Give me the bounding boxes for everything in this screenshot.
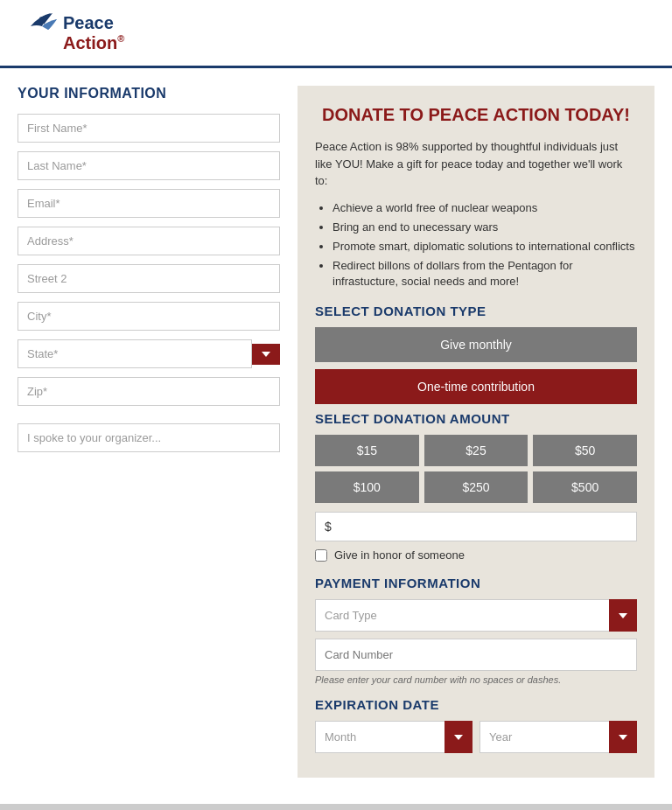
amount-500-button[interactable]: $500: [533, 471, 637, 503]
dollar-sign: $: [315, 512, 337, 541]
logo-bird-icon: [18, 9, 61, 57]
year-wrapper: Year 202420252026 202720282029: [480, 721, 637, 753]
state-dropdown-button[interactable]: [252, 344, 280, 365]
bullet-item: Achieve a world free of nuclear weapons: [332, 200, 637, 216]
last-name-input[interactable]: [18, 151, 280, 180]
custom-amount-row: $: [315, 512, 637, 541]
honor-row: Give in honor of someone: [315, 548, 637, 562]
honor-checkbox[interactable]: [315, 549, 327, 562]
logo: Peace Action®: [18, 9, 654, 57]
amount-50-button[interactable]: $50: [533, 435, 637, 466]
organizer-input[interactable]: [18, 423, 280, 452]
logo-line1: Peace: [63, 13, 124, 33]
custom-amount-input[interactable]: [337, 512, 637, 541]
logo-line2: Action®: [63, 33, 124, 53]
amount-25-button[interactable]: $25: [424, 435, 528, 466]
month-select[interactable]: Month 01020304 05060708 09101112: [315, 721, 472, 753]
amount-15-button[interactable]: $15: [315, 435, 419, 466]
month-wrapper: Month 01020304 05060708 09101112: [315, 721, 472, 753]
donation-type-title: SELECT DONATION TYPE: [315, 304, 637, 318]
main-content: YOUR INFORMATION DONATE TO PEACE ACTION …: [0, 68, 672, 795]
bullet-item: Redirect billons of dollars from the Pen…: [332, 258, 637, 290]
city-input[interactable]: [18, 302, 280, 331]
bullet-list: Achieve a world free of nuclear weapons …: [315, 200, 637, 290]
year-select[interactable]: Year 202420252026 202720282029: [480, 721, 637, 753]
card-type-select[interactable]: Card Type Visa MasterCard American Expre…: [315, 599, 637, 632]
left-column: YOUR INFORMATION: [18, 86, 280, 778]
bullet-item: Bring an end to unecessary wars: [332, 220, 637, 235]
street2-input[interactable]: [18, 264, 280, 293]
first-name-input[interactable]: [18, 114, 280, 143]
state-row: [18, 339, 280, 368]
payment-title: PAYMENT INFORMATION: [315, 576, 637, 590]
card-hint-text: Please enter your card number with no sp…: [315, 674, 637, 685]
card-type-wrapper: Card Type Visa MasterCard American Expre…: [315, 599, 637, 632]
one-time-button[interactable]: One-time contribution: [315, 369, 637, 404]
amount-grid: $15 $25 $50 $100 $250 $500: [315, 435, 637, 503]
honor-label: Give in honor of someone: [334, 548, 465, 562]
right-column: DONATE TO PEACE ACTION TODAY! Peace Acti…: [298, 86, 654, 778]
zip-input[interactable]: [18, 377, 280, 406]
payment-section: PAYMENT INFORMATION Card Type Visa Maste…: [315, 576, 637, 760]
amount-100-button[interactable]: $100: [315, 471, 419, 503]
state-input[interactable]: [18, 339, 252, 368]
bullet-item: Promote smart, diplomatic solutions to i…: [332, 239, 637, 255]
page-header: Peace Action®: [0, 0, 672, 68]
expiration-title: EXPIRATION DATE: [315, 697, 637, 712]
description-text: Peace Action is 98% supported by thought…: [315, 138, 637, 190]
give-monthly-button[interactable]: Give monthly: [315, 327, 637, 362]
footer-bar: [0, 804, 672, 810]
donate-title: DONATE TO PEACE ACTION TODAY!: [315, 103, 637, 126]
card-number-input[interactable]: [315, 639, 637, 671]
email-input[interactable]: [18, 189, 280, 218]
address-input[interactable]: [18, 227, 280, 255]
dropdown-arrow-icon: [262, 352, 270, 357]
amount-title: SELECT DONATION AMOUNT: [315, 411, 637, 426]
amount-250-button[interactable]: $250: [424, 471, 528, 503]
your-information-title: YOUR INFORMATION: [18, 86, 280, 101]
expiry-row: Month 01020304 05060708 09101112 Year 20…: [315, 721, 637, 760]
